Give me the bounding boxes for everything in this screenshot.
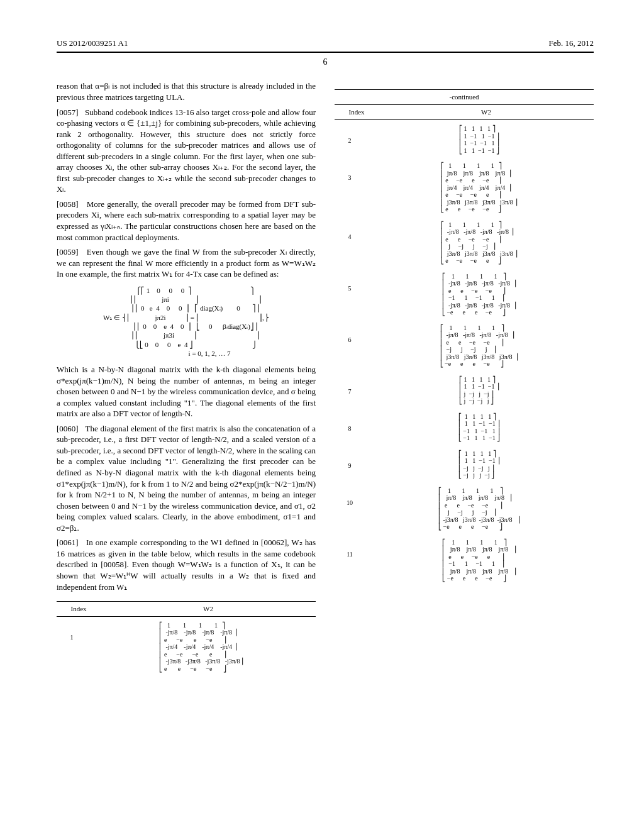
para-0061: [0061] In one example corresponding to t… xyxy=(57,537,316,592)
cell-index: 7 xyxy=(335,376,365,406)
header-rule xyxy=(57,52,594,53)
rule xyxy=(57,601,316,602)
rule xyxy=(335,104,594,105)
matrix: ⎡ 1 1 1 1 ⎤ ⎢ jπ/8 jπ/8 jπ/8 jπ/8 ⎥ ⎢ e … xyxy=(441,162,518,213)
para-mid: Which is a N-by-N diagonal matrix with t… xyxy=(57,364,316,419)
para-num: [0059] xyxy=(57,247,79,257)
page-number: 6 xyxy=(57,57,594,69)
cell-index: 5 xyxy=(335,273,365,317)
cell-index: 9 xyxy=(335,450,365,480)
matrix: ⎡ 1 1 1 1 ⎤ ⎢ 1 1 −1 −1 ⎥ ⎢ −j j −j j ⎥ … xyxy=(458,450,500,479)
matrix: ⎡ 1 1 1 1 ⎤ ⎢ -jπ/8 -jπ/8 -jπ/8 -jπ/8 ⎥ … xyxy=(441,221,518,265)
para-text: Subband codebook indices 13-16 also targ… xyxy=(57,108,316,194)
table-row: 3 ⎡ 1 1 1 1 ⎤ ⎢ jπ/8 jπ/8 jπ/8 jπ/8 ⎥ ⎢ … xyxy=(335,158,594,218)
rule xyxy=(335,119,594,120)
table-header: Index W2 xyxy=(57,603,316,615)
para-0060: [0060] The diagonal element of the first… xyxy=(57,423,316,533)
col-head-w2: W2 xyxy=(101,604,316,614)
matrix: ⎡ 1 1 1 1 ⎤ ⎢ -jπ/8 -jπ/8 -jπ/8 -jπ/8 ⎥ … xyxy=(442,273,516,316)
table-row: 1 ⎡ 1 1 1 1 ⎤ ⎢ -jπ/8 -jπ/8 -jπ/8 -jπ/8 … xyxy=(57,618,316,677)
para-num: [0060] xyxy=(57,424,79,433)
col-head-index: Index xyxy=(335,108,379,117)
cell-index: 11 xyxy=(335,539,365,583)
cell-matrix: ⎡ 1 1 1 1 ⎤ ⎢ -jπ/8 -jπ/8 -jπ/8 -jπ/8 ⎥ … xyxy=(365,324,594,368)
table-row: 6 ⎡ 1 1 1 1 ⎤ ⎢ -jπ/8 -jπ/8 -jπ/8 -jπ/8 … xyxy=(335,321,594,372)
rule xyxy=(335,89,594,90)
right-column: -continued Index W2 2 ⎡ 1 1 1 1 ⎤ ⎢ 1 −1… xyxy=(335,80,594,677)
col-head-index: Index xyxy=(57,604,101,614)
cell-matrix: ⎡ 1 1 1 1 ⎤ ⎢ -jπ/8 -jπ/8 -jπ/8 -jπ/8 ⎥ … xyxy=(365,273,594,317)
table-row: 11 ⎡ 1 1 1 1 ⎤ ⎢ jπ/8 jπ/8 jπ/8 jπ/8 ⎥ ⎢… xyxy=(335,535,594,587)
table-row: 4 ⎡ 1 1 1 1 ⎤ ⎢ -jπ/8 -jπ/8 -jπ/8 -jπ/8 … xyxy=(335,218,594,269)
para-intro: reason that α=βᵢ is not included is that… xyxy=(57,80,316,102)
table-row: 8 ⎡ 1 1 1 1 ⎤ ⎢ 1 1 −1 −1 ⎥ ⎢ −1 1 −1 1 … xyxy=(335,409,594,446)
para-0059: [0059] Even though we gave the final W f… xyxy=(57,246,316,280)
para-text: Even though we gave the final W from the… xyxy=(57,247,316,279)
left-column: reason that α=βᵢ is not included is that… xyxy=(57,80,316,677)
table-row: 9 ⎡ 1 1 1 1 ⎤ ⎢ 1 1 −1 −1 ⎥ ⎢ −j j −j j … xyxy=(335,446,594,484)
cell-matrix: ⎡ 1 1 1 1 ⎤ ⎢ 1 1 −1 −1 ⎥ ⎢ −1 1 −1 1 ⎥ … xyxy=(365,413,594,443)
table-row: 10 ⎡ 1 1 1 1 ⎤ ⎢ jπ/8 jπ/8 jπ/8 jπ/8 ⎥ ⎢… xyxy=(335,484,594,535)
para-text: In one example corresponding to the W1 d… xyxy=(57,538,316,591)
w2-table-left: Index W2 1 ⎡ 1 1 1 1 ⎤ ⎢ -jπ/8 -jπ/8 -jπ… xyxy=(57,601,316,677)
cell-index: 2 xyxy=(335,125,365,155)
table-row: 2 ⎡ 1 1 1 1 ⎤ ⎢ 1 −1 1 −1 ⎥ ⎢ 1 −1 −1 1 … xyxy=(335,121,594,158)
matrix: ⎡ 1 1 1 1 ⎤ ⎢ 1 1 −1 −1 ⎥ ⎢ −1 1 −1 1 ⎥ … xyxy=(458,413,500,442)
matrix: ⎡ 1 1 1 1 ⎤ ⎢ jπ/8 jπ/8 jπ/8 jπ/8 ⎥ ⎢ e … xyxy=(442,539,516,582)
para-num: [0057] xyxy=(57,108,79,117)
para-0058: [0058] More generally, the overall preco… xyxy=(57,199,316,243)
table-row: 7 ⎡ 1 1 1 1 ⎤ ⎢ 1 1 −1 −1 ⎥ ⎢ j −j j −j … xyxy=(335,372,594,409)
cell-index: 1 xyxy=(57,622,87,673)
doc-number: US 2012/0039251 A1 xyxy=(57,38,128,49)
col-head-w2: W2 xyxy=(379,108,594,117)
cell-index: 3 xyxy=(335,162,365,214)
matrix: ⎡ 1 1 1 1 ⎤ ⎢ -jπ/8 -jπ/8 -jπ/8 -jπ/8 ⎥ … xyxy=(440,324,519,368)
matrix: ⎡ 1 1 1 1 ⎤ ⎢ 1 1 −1 −1 ⎥ ⎢ j −j j −j ⎥ … xyxy=(459,376,499,405)
para-num: [0058] xyxy=(57,199,79,209)
rule xyxy=(57,616,316,617)
cell-matrix: ⎡ 1 1 1 1 ⎤ ⎢ -jπ/8 -jπ/8 -jπ/8 -jπ/8 ⎥ … xyxy=(87,622,316,673)
w2-table-right: -continued Index W2 2 ⎡ 1 1 1 1 ⎤ ⎢ 1 −1… xyxy=(335,89,594,586)
continued-label: -continued xyxy=(335,91,594,103)
cell-index: 6 xyxy=(335,324,365,368)
matrix: ⎡ 1 1 1 1 ⎤ ⎢ jπ/8 jπ/8 jπ/8 jπ/8 ⎥ ⎢ e … xyxy=(438,487,520,531)
cell-matrix: ⎡ 1 1 1 1 ⎤ ⎢ jπ/8 jπ/8 jπ/8 jπ/8 ⎥ ⎢ e … xyxy=(365,539,594,583)
para-0057: [0057] Subband codebook indices 13-16 al… xyxy=(57,107,316,195)
matrix: ⎡ 1 1 1 1 ⎤ ⎢ 1 −1 1 −1 ⎥ ⎢ 1 −1 −1 1 ⎥ … xyxy=(459,125,499,154)
cell-index: 4 xyxy=(335,221,365,265)
cell-index: 10 xyxy=(335,487,365,531)
table-header: Index W2 xyxy=(335,106,594,118)
cell-index: 8 xyxy=(335,413,365,443)
cell-matrix: ⎡ 1 1 1 1 ⎤ ⎢ jπ/8 jπ/8 jπ/8 jπ/8 ⎥ ⎢ e … xyxy=(365,487,594,531)
para-num: [0061] xyxy=(57,538,79,547)
matrix: ⎡ 1 1 1 1 ⎤ ⎢ -jπ/8 -jπ/8 -jπ/8 -jπ/8 ⎥ … xyxy=(159,622,243,673)
content-columns: reason that α=βᵢ is not included is that… xyxy=(57,80,594,677)
cell-matrix: ⎡ 1 1 1 1 ⎤ ⎢ -jπ/8 -jπ/8 -jπ/8 -jπ/8 ⎥ … xyxy=(365,221,594,265)
para-text: The diagonal element of the first matrix… xyxy=(57,424,316,533)
para-text: More generally, the overall precoder may… xyxy=(57,199,316,242)
cell-matrix: ⎡ 1 1 1 1 ⎤ ⎢ 1 1 −1 −1 ⎥ ⎢ j −j j −j ⎥ … xyxy=(365,376,594,406)
cell-matrix: ⎡ 1 1 1 1 ⎤ ⎢ 1 1 −1 −1 ⎥ ⎢ −j j −j j ⎥ … xyxy=(365,450,594,480)
table-row: 5 ⎡ 1 1 1 1 ⎤ ⎢ -jπ/8 -jπ/8 -jπ/8 -jπ/8 … xyxy=(335,269,594,321)
w1-matrix: ⎧⎡ 1 0 0 0 ⎤ ⎫ ⎪⎢ jπi ⎥ ⎪ ⎪⎢ 0 e 4 0 0 ⎥… xyxy=(57,286,316,358)
doc-date: Feb. 16, 2012 xyxy=(549,38,594,49)
cell-matrix: ⎡ 1 1 1 1 ⎤ ⎢ jπ/8 jπ/8 jπ/8 jπ/8 ⎥ ⎢ e … xyxy=(365,162,594,214)
page-header: US 2012/0039251 A1 Feb. 16, 2012 xyxy=(57,38,594,49)
cell-matrix: ⎡ 1 1 1 1 ⎤ ⎢ 1 −1 1 −1 ⎥ ⎢ 1 −1 −1 1 ⎥ … xyxy=(365,125,594,155)
